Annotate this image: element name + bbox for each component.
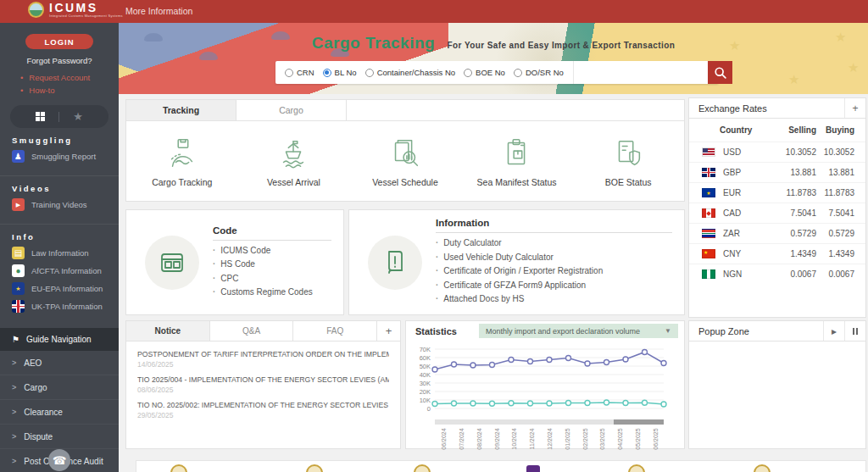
notice-item[interactable]: TIO 2025/004 - IMPLEMENTATION OF THE ENE… bbox=[137, 375, 389, 394]
notice-item[interactable]: POSTPONEMENT OF TARIFF INTERPRETATION OR… bbox=[137, 350, 389, 369]
africa-map-icon bbox=[12, 264, 25, 277]
search-type-radio[interactable]: BL No bbox=[323, 68, 357, 77]
tab-qa[interactable]: Q&A bbox=[210, 321, 294, 341]
sidebar-menu-item[interactable]: > AEO bbox=[0, 351, 119, 375]
sidebar-menu-item[interactable]: > Cargo bbox=[0, 375, 119, 400]
sidebar-item[interactable]: UK-TPA Information bbox=[12, 300, 107, 313]
pause-icon[interactable] bbox=[844, 321, 865, 341]
popup-zone-header: Popup Zone ▸ bbox=[689, 321, 865, 342]
code-link[interactable]: HS Code bbox=[213, 258, 331, 272]
favorites-star-icon[interactable]: ★ bbox=[73, 111, 83, 122]
x-axis-label: 08/2024 bbox=[470, 425, 488, 453]
phone-contact-button[interactable]: ☎ bbox=[48, 449, 70, 471]
chevron-right-icon: > bbox=[12, 408, 16, 416]
x-axis-label: 09/2024 bbox=[487, 425, 505, 453]
star-pattern-icon: ★ bbox=[848, 60, 859, 75]
information-link[interactable]: Used Vehicle Duty Calculator bbox=[436, 251, 672, 265]
top-bar: ICUMS Integrated Customs Management Syst… bbox=[0, 0, 868, 23]
tab-faq[interactable]: FAQ bbox=[293, 321, 377, 341]
cargo-search-bar: CRN BL No Container/Chassis No B bbox=[275, 61, 718, 84]
x-axis-label: 03/2025 bbox=[593, 425, 611, 453]
vessel-arrival-icon bbox=[275, 136, 311, 171]
radio-icon bbox=[365, 69, 374, 77]
popup-zone-title: Popup Zone bbox=[689, 326, 823, 336]
code-table-icon bbox=[159, 249, 186, 276]
x-axis-label: 06/2024 bbox=[435, 425, 453, 453]
nigeria-flag-icon bbox=[702, 269, 715, 279]
smuggler-icon bbox=[12, 150, 25, 163]
statistics-chart: 010K20K30K40K50K60K70K bbox=[406, 341, 679, 415]
chevron-down-icon: ▼ bbox=[665, 327, 671, 335]
notice-list: POSTPONEMENT OF TARIFF INTERPRETATION OR… bbox=[126, 342, 400, 419]
search-type-radio[interactable]: BOE No bbox=[464, 68, 505, 77]
information-panel: Information Duty CalculatorUsed Vehicle … bbox=[348, 209, 685, 315]
sidebar-item[interactable]: Law Information bbox=[12, 247, 107, 259]
search-type-options: CRN BL No Container/Chassis No B bbox=[275, 61, 573, 84]
partner-logo-icon[interactable] bbox=[414, 464, 431, 472]
search-type-radio[interactable]: CRN bbox=[285, 68, 314, 77]
service-cargo-tracking[interactable]: Cargo Tracking bbox=[126, 121, 238, 201]
exchange-rates-more-button[interactable]: + bbox=[844, 98, 865, 118]
icums-logo[interactable]: ICUMS Integrated Customs Management Syst… bbox=[28, 2, 123, 18]
information-badge bbox=[368, 236, 422, 290]
more-information-link[interactable]: More Information bbox=[125, 6, 192, 16]
exchange-rate-row: CAD 7.5041 7.5041 bbox=[689, 203, 865, 223]
exchange-rate-row: CNY 1.4349 1.4349 bbox=[689, 243, 865, 264]
search-input[interactable] bbox=[573, 61, 708, 84]
x-axis-label: 01/2025 bbox=[558, 425, 576, 453]
notice-item[interactable]: TIO NO. 2025/002: IMPLEMENTATION OF THE … bbox=[137, 401, 389, 419]
partner-logo-icon[interactable] bbox=[306, 464, 323, 472]
quick-links: Request AccountHow-to bbox=[20, 73, 119, 95]
code-link[interactable]: ICUMS Code bbox=[213, 244, 331, 258]
boe-status-icon bbox=[610, 136, 646, 171]
us-flag-icon bbox=[702, 147, 715, 157]
sidebar-item[interactable]: EU-EPA Information bbox=[12, 282, 107, 295]
information-link[interactable]: Duty Calculator bbox=[436, 236, 672, 251]
search-button[interactable] bbox=[708, 61, 732, 84]
partner-logo-icon[interactable] bbox=[526, 465, 540, 472]
eu-flag-icon bbox=[12, 282, 25, 295]
statistics-dropdown[interactable]: Monthly import and export declaration vo… bbox=[479, 324, 678, 338]
information-title: Information bbox=[436, 218, 672, 233]
sidebar-item[interactable]: Training Videos bbox=[12, 198, 107, 211]
guide-navigation[interactable]: ⚑ Guide Navigation bbox=[0, 328, 119, 351]
information-link[interactable]: Attached Docs by HS bbox=[436, 292, 672, 307]
play-icon[interactable]: ▸ bbox=[823, 321, 844, 341]
partner-logo-icon[interactable] bbox=[628, 464, 645, 472]
x-axis-label: 04/2025 bbox=[611, 425, 629, 453]
sidebar-menu-item[interactable]: > Dispute bbox=[0, 425, 119, 449]
quick-link[interactable]: Request Account bbox=[20, 73, 119, 82]
service-boe-status[interactable]: BOE Status bbox=[572, 121, 684, 201]
forgot-password-link[interactable]: Forgot Password? bbox=[0, 56, 119, 65]
login-button[interactable]: LOGIN bbox=[25, 34, 93, 49]
information-link[interactable]: Certificate of GFZA Form9 Application bbox=[436, 279, 672, 293]
code-link[interactable]: Customs Regime Codes bbox=[213, 286, 331, 300]
service-vessel-schedule[interactable]: Vessel Schedule bbox=[349, 121, 461, 201]
tab-notice[interactable]: Notice bbox=[126, 321, 210, 341]
partner-logo-icon[interactable] bbox=[754, 464, 771, 472]
video-camera-icon bbox=[12, 198, 25, 211]
search-type-radio[interactable]: Container/Chassis No bbox=[365, 68, 455, 77]
sidebar-item[interactable]: AfCFTA Information bbox=[12, 264, 107, 277]
x-axis-label: 02/2025 bbox=[576, 425, 593, 453]
notice-tabs: Notice Q&A FAQ + bbox=[126, 321, 400, 342]
quick-link[interactable]: How-to bbox=[20, 86, 119, 95]
search-type-radio[interactable]: DO/SR No bbox=[514, 68, 564, 77]
code-link[interactable]: CPC bbox=[213, 272, 331, 286]
chevron-right-icon: > bbox=[12, 383, 16, 391]
service-sea-manifest[interactable]: Sea Manifest Status bbox=[461, 121, 573, 201]
sidebar-menu-item[interactable]: > Clearance bbox=[0, 400, 119, 425]
search-icon bbox=[713, 65, 727, 80]
sidebar-item[interactable]: Smuggling Report bbox=[12, 150, 107, 163]
tab-cargo[interactable]: Cargo bbox=[236, 100, 347, 120]
x-axis-label: 10/2024 bbox=[505, 425, 523, 453]
exchange-rates-panel: Exchange Rates + Country Selling Buying … bbox=[688, 97, 866, 318]
apps-grid-icon[interactable] bbox=[36, 112, 45, 121]
service-vessel-arrival[interactable]: Vessel Arrival bbox=[238, 121, 350, 201]
section-title: Videos bbox=[12, 184, 107, 193]
notice-more-button[interactable]: + bbox=[377, 321, 400, 341]
x-axis-label: 12/2024 bbox=[541, 425, 559, 453]
tab-tracking[interactable]: Tracking bbox=[126, 100, 236, 120]
information-link[interactable]: Certificate of Origin / Exporter Registr… bbox=[436, 264, 672, 279]
partner-logo-icon[interactable] bbox=[170, 464, 187, 472]
